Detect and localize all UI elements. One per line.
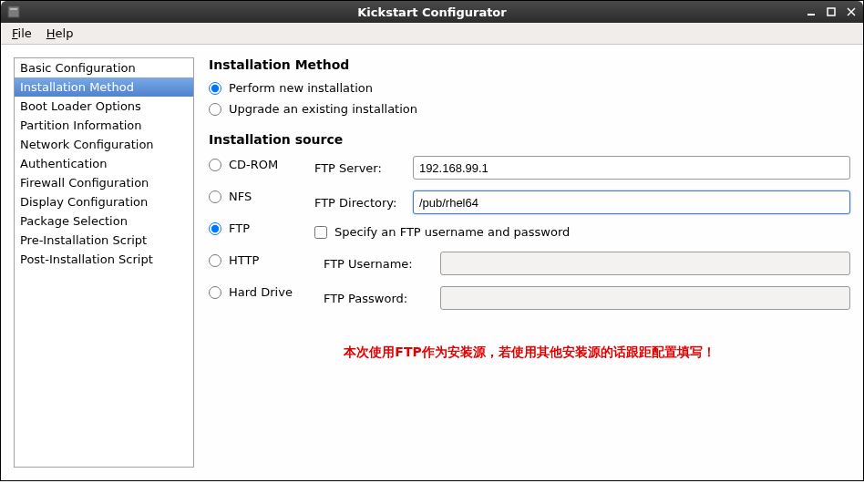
radio-source-hard-drive[interactable]: Hard Drive: [209, 285, 293, 299]
radio-source-http[interactable]: HTTP: [209, 253, 293, 267]
sidebar-item-basic-configuration[interactable]: Basic Configuration: [15, 58, 193, 77]
radio-source-cdrom-label: CD-ROM: [229, 158, 278, 171]
radio-source-hard-drive-label: Hard Drive: [229, 285, 293, 299]
sidebar-item-post-installation-script[interactable]: Post-Installation Script: [15, 250, 193, 269]
radio-perform-new-installation[interactable]: Perform new installation: [209, 81, 850, 95]
main-panel: Installation Method Perform new installa…: [209, 57, 850, 468]
menu-help[interactable]: Help: [41, 25, 79, 42]
menu-file[interactable]: File: [6, 25, 37, 42]
sidebar-item-firewall-configuration[interactable]: Firewall Configuration: [15, 173, 193, 192]
radio-perform-new-installation-label: Perform new installation: [229, 81, 373, 95]
radio-upgrade-existing-input[interactable]: [209, 103, 221, 116]
sidebar-item-authentication[interactable]: Authentication: [15, 154, 193, 173]
sidebar-item-network-configuration[interactable]: Network Configuration: [15, 135, 193, 154]
maximize-button[interactable]: [825, 5, 838, 18]
titlebar[interactable]: Kickstart Configurator: [1, 1, 863, 23]
radio-source-ftp-label: FTP: [229, 221, 250, 235]
radio-source-http-input[interactable]: [209, 254, 221, 267]
ftp-password-label: FTP Password:: [324, 292, 440, 305]
radio-upgrade-existing[interactable]: Upgrade an existing installation: [209, 102, 850, 116]
sidebar-item-pre-installation-script[interactable]: Pre-Installation Script: [15, 231, 193, 250]
ftp-auth-checkbox-row[interactable]: Specify an FTP username and password: [314, 225, 850, 239]
annotation-note: 本次使用FTP作为安装源，若使用其他安装源的话跟距配置填写！: [209, 345, 850, 361]
sidebar-item-installation-method[interactable]: Installation Method: [15, 77, 193, 97]
radio-upgrade-existing-label: Upgrade an existing installation: [229, 102, 417, 116]
radio-source-http-label: HTTP: [229, 253, 259, 267]
radio-source-cdrom[interactable]: CD-ROM: [209, 158, 293, 171]
sidebar-item-boot-loader-options[interactable]: Boot Loader Options: [15, 97, 193, 116]
radio-source-nfs-input[interactable]: [209, 190, 221, 203]
ftp-directory-input[interactable]: [413, 190, 850, 214]
svg-rect-1: [10, 8, 17, 10]
sidebar: Basic Configuration Installation Method …: [14, 57, 194, 468]
sidebar-item-partition-information[interactable]: Partition Information: [15, 116, 193, 135]
window-title: Kickstart Configurator: [357, 5, 506, 19]
radio-source-ftp-input[interactable]: [209, 222, 221, 235]
minimize-button[interactable]: [805, 5, 818, 18]
app-icon: [6, 5, 21, 19]
ftp-auth-checkbox-label: Specify an FTP username and password: [334, 225, 570, 239]
sidebar-item-package-selection[interactable]: Package Selection: [15, 211, 193, 231]
svg-rect-0: [8, 6, 19, 17]
ftp-server-input[interactable]: [413, 156, 850, 180]
svg-rect-3: [828, 8, 835, 15]
radio-source-cdrom-input[interactable]: [209, 159, 221, 171]
ftp-auth-checkbox[interactable]: [314, 226, 327, 239]
ftp-directory-label: FTP Directory:: [314, 196, 413, 210]
close-button[interactable]: [845, 5, 858, 18]
radio-source-nfs[interactable]: NFS: [209, 190, 293, 203]
radio-source-nfs-label: NFS: [229, 190, 252, 203]
radio-source-hard-drive-input[interactable]: [209, 286, 221, 299]
installation-method-heading: Installation Method: [209, 57, 850, 72]
radio-perform-new-installation-input[interactable]: [209, 82, 221, 95]
ftp-username-label: FTP Username:: [324, 257, 440, 271]
ftp-password-input: [440, 286, 850, 310]
radio-source-ftp[interactable]: FTP: [209, 221, 293, 235]
sidebar-item-display-configuration[interactable]: Display Configuration: [15, 192, 193, 211]
ftp-server-label: FTP Server:: [314, 161, 413, 175]
installation-source-heading: Installation source: [209, 132, 850, 147]
menubar: File Help: [1, 23, 863, 45]
ftp-username-input: [440, 252, 850, 275]
